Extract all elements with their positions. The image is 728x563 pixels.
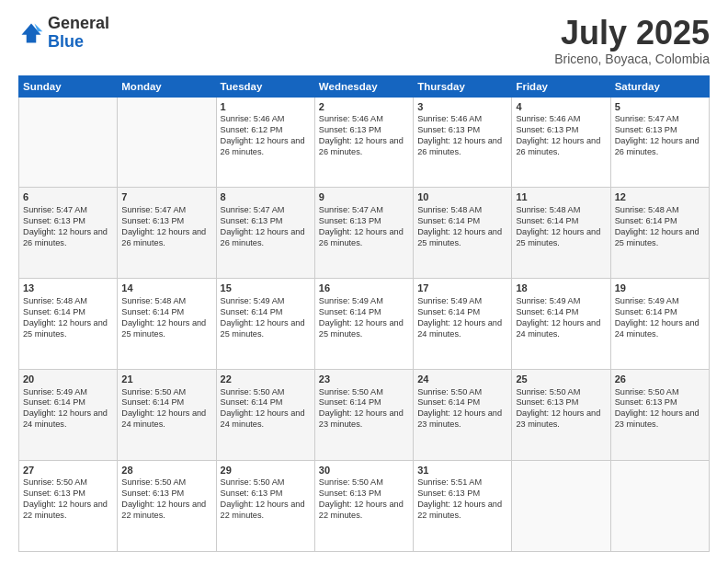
table-row: 19Sunrise: 5:49 AMSunset: 6:14 PMDayligh…: [610, 279, 709, 370]
day-number: 29: [221, 464, 311, 477]
page: General Blue July 2025 Briceno, Boyaca, …: [0, 0, 728, 563]
sunset-text: Sunset: 6:13 PM: [121, 216, 211, 227]
sunset-text: Sunset: 6:13 PM: [221, 216, 311, 227]
sunrise-text: Sunrise: 5:50 AM: [221, 477, 311, 488]
table-row: 25Sunrise: 5:50 AMSunset: 6:13 PMDayligh…: [512, 370, 610, 461]
daylight-text: Daylight: 12 hours and 24 minutes.: [221, 408, 311, 431]
sunrise-text: Sunrise: 5:47 AM: [121, 205, 211, 216]
sunrise-text: Sunrise: 5:46 AM: [319, 114, 409, 125]
daylight-text: Daylight: 12 hours and 26 minutes.: [221, 136, 311, 158]
sunset-text: Sunset: 6:14 PM: [417, 397, 507, 408]
logo-icon: [18, 20, 44, 46]
day-number: 1: [221, 100, 311, 113]
daylight-text: Daylight: 12 hours and 23 minutes.: [417, 408, 507, 431]
table-row: 29Sunrise: 5:50 AMSunset: 6:13 PMDayligh…: [216, 461, 314, 552]
location-subtitle: Briceno, Boyaca, Colombia: [554, 52, 710, 66]
day-number: 6: [23, 190, 113, 203]
table-row: 10Sunrise: 5:48 AMSunset: 6:14 PMDayligh…: [414, 188, 512, 279]
day-number: 28: [121, 464, 211, 477]
sunset-text: Sunset: 6:13 PM: [615, 125, 705, 136]
sunrise-text: Sunrise: 5:46 AM: [417, 114, 507, 125]
day-number: 27: [23, 464, 113, 477]
daylight-text: Daylight: 12 hours and 26 minutes.: [516, 136, 606, 158]
day-number: 20: [23, 373, 113, 385]
day-number: 15: [221, 282, 311, 294]
day-number: 14: [121, 282, 211, 294]
table-row: 3Sunrise: 5:46 AMSunset: 6:13 PMDaylight…: [414, 97, 512, 188]
day-number: 2: [319, 100, 409, 113]
col-thursday: Thursday: [414, 75, 512, 97]
day-number: 3: [417, 100, 507, 113]
day-number: 30: [319, 464, 409, 477]
daylight-text: Daylight: 12 hours and 24 minutes.: [516, 318, 606, 340]
sunset-text: Sunset: 6:14 PM: [615, 307, 705, 318]
daylight-text: Daylight: 12 hours and 26 minutes.: [319, 136, 409, 158]
daylight-text: Daylight: 12 hours and 26 minutes.: [23, 227, 113, 249]
daylight-text: Daylight: 12 hours and 26 minutes.: [615, 136, 705, 158]
col-saturday: Saturday: [610, 75, 709, 97]
table-row: 15Sunrise: 5:49 AMSunset: 6:14 PMDayligh…: [216, 279, 314, 370]
day-number: 12: [615, 190, 705, 203]
logo: General Blue: [18, 15, 109, 52]
col-friday: Friday: [512, 75, 610, 97]
sunrise-text: Sunrise: 5:50 AM: [615, 387, 705, 398]
table-row: 7Sunrise: 5:47 AMSunset: 6:13 PMDaylight…: [118, 188, 216, 279]
daylight-text: Daylight: 12 hours and 25 minutes.: [221, 318, 311, 340]
month-title: July 2025: [554, 15, 710, 52]
day-number: 5: [615, 100, 705, 113]
sunrise-text: Sunrise: 5:50 AM: [319, 477, 409, 488]
sunrise-text: Sunrise: 5:49 AM: [319, 296, 409, 307]
calendar-header-row: Sunday Monday Tuesday Wednesday Thursday…: [19, 75, 710, 97]
table-row: 5Sunrise: 5:47 AMSunset: 6:13 PMDaylight…: [610, 97, 709, 188]
calendar-week-row: 13Sunrise: 5:48 AMSunset: 6:14 PMDayligh…: [19, 279, 710, 370]
daylight-text: Daylight: 12 hours and 23 minutes.: [615, 408, 705, 431]
daylight-text: Daylight: 12 hours and 26 minutes.: [417, 136, 507, 158]
day-number: 26: [615, 373, 705, 385]
header: General Blue July 2025 Briceno, Boyaca, …: [18, 15, 710, 66]
sunset-text: Sunset: 6:14 PM: [319, 397, 409, 408]
sunrise-text: Sunrise: 5:47 AM: [221, 205, 311, 216]
sunrise-text: Sunrise: 5:48 AM: [615, 205, 705, 216]
sunrise-text: Sunrise: 5:49 AM: [615, 296, 705, 307]
day-number: 25: [516, 373, 606, 385]
sunrise-text: Sunrise: 5:48 AM: [417, 205, 507, 216]
logo-general: General: [48, 14, 109, 32]
sunrise-text: Sunrise: 5:46 AM: [516, 114, 606, 125]
day-number: 19: [615, 282, 705, 294]
sunset-text: Sunset: 6:13 PM: [319, 216, 409, 227]
daylight-text: Daylight: 12 hours and 23 minutes.: [516, 408, 606, 431]
sunset-text: Sunset: 6:13 PM: [516, 397, 606, 408]
sunrise-text: Sunrise: 5:49 AM: [516, 296, 606, 307]
col-monday: Monday: [118, 75, 216, 97]
table-row: 17Sunrise: 5:49 AMSunset: 6:14 PMDayligh…: [414, 279, 512, 370]
daylight-text: Daylight: 12 hours and 24 minutes.: [417, 318, 507, 340]
logo-blue: Blue: [48, 32, 84, 51]
table-row: 8Sunrise: 5:47 AMSunset: 6:13 PMDaylight…: [216, 188, 314, 279]
daylight-text: Daylight: 12 hours and 25 minutes.: [516, 227, 606, 249]
sunset-text: Sunset: 6:14 PM: [319, 307, 409, 318]
sunset-text: Sunset: 6:13 PM: [516, 125, 606, 136]
sunrise-text: Sunrise: 5:50 AM: [516, 387, 606, 398]
daylight-text: Daylight: 12 hours and 24 minutes.: [23, 408, 113, 431]
sunset-text: Sunset: 6:14 PM: [516, 307, 606, 318]
table-row: 27Sunrise: 5:50 AMSunset: 6:13 PMDayligh…: [19, 461, 118, 552]
day-number: 17: [417, 282, 507, 294]
table-row: 9Sunrise: 5:47 AMSunset: 6:13 PMDaylight…: [314, 188, 413, 279]
svg-marker-0: [22, 23, 41, 42]
day-number: 24: [417, 373, 507, 385]
table-row: 22Sunrise: 5:50 AMSunset: 6:14 PMDayligh…: [216, 370, 314, 461]
table-row: 11Sunrise: 5:48 AMSunset: 6:14 PMDayligh…: [512, 188, 610, 279]
sunset-text: Sunset: 6:13 PM: [417, 488, 507, 500]
daylight-text: Daylight: 12 hours and 26 minutes.: [221, 227, 311, 249]
sunset-text: Sunset: 6:12 PM: [221, 125, 311, 136]
sunset-text: Sunset: 6:14 PM: [417, 216, 507, 227]
table-row: 28Sunrise: 5:50 AMSunset: 6:13 PMDayligh…: [118, 461, 216, 552]
table-row: 4Sunrise: 5:46 AMSunset: 6:13 PMDaylight…: [512, 97, 610, 188]
day-number: 23: [319, 373, 409, 385]
table-row: [610, 461, 709, 552]
col-sunday: Sunday: [19, 75, 118, 97]
sunset-text: Sunset: 6:13 PM: [615, 397, 705, 408]
sunset-text: Sunset: 6:14 PM: [516, 216, 606, 227]
daylight-text: Daylight: 12 hours and 25 minutes.: [121, 318, 211, 340]
sunrise-text: Sunrise: 5:50 AM: [23, 477, 113, 488]
